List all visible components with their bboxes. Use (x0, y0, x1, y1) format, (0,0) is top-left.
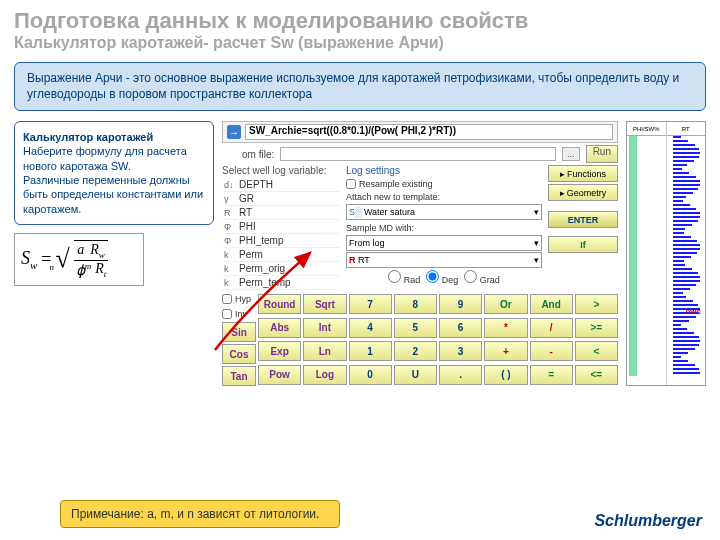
sample-md-label: Sample MD with: (346, 221, 542, 234)
rt-combo[interactable]: R RT▾ (346, 252, 542, 268)
enter-button[interactable]: ENTER (548, 211, 618, 228)
key-pow[interactable]: Pow (258, 365, 301, 385)
template-combo[interactable]: S░ Water satura▾ (346, 204, 542, 220)
log-item[interactable]: kPerm_orig (222, 262, 340, 276)
key-5[interactable]: 5 (394, 318, 437, 338)
calculator-panel: → SW_Archie=sqrt((0.8*0.1)/(Pow( PHI,2 )… (222, 121, 618, 386)
key-[interactable]: * (484, 318, 527, 338)
from-file-label: om file: (242, 149, 274, 160)
key-[interactable]: >= (575, 318, 618, 338)
rad-radio[interactable]: Rad (388, 270, 420, 285)
key-[interactable]: - (530, 341, 573, 361)
functions-button[interactable]: ▸ Functions (548, 165, 618, 182)
log-item[interactable]: ΦPHI_temp (222, 234, 340, 248)
log-item[interactable]: kPerm_temp (222, 276, 340, 290)
key-exp[interactable]: Exp (258, 341, 301, 361)
calc-instructions: Калькулятор каротажей Наберите формулу д… (14, 121, 214, 225)
grad-radio[interactable]: Grad (464, 270, 500, 285)
log-settings-label: Log settings (346, 165, 542, 176)
key-8[interactable]: 8 (394, 294, 437, 314)
key-[interactable]: ( ) (484, 365, 527, 385)
key-abs[interactable]: Abs (258, 318, 301, 338)
owc-label: owc (685, 307, 701, 316)
key-sqrt[interactable]: Sqrt (303, 294, 346, 314)
geometry-button[interactable]: ▸ Geometry (548, 184, 618, 201)
run-button[interactable]: Run (586, 145, 618, 163)
phi-curve (629, 136, 643, 376)
resample-checkbox[interactable]: Resample existing (346, 177, 542, 190)
key-ln[interactable]: Ln (303, 341, 346, 361)
log-item[interactable]: d↓DEPTH (222, 178, 340, 192)
key-and[interactable]: And (530, 294, 573, 314)
key-3[interactable]: 3 (439, 341, 482, 361)
log-item[interactable]: ΦPHI (222, 220, 340, 234)
log-item[interactable]: RRT (222, 206, 340, 220)
key-[interactable]: <= (575, 365, 618, 385)
key-4[interactable]: 4 (349, 318, 392, 338)
key-6[interactable]: 6 (439, 318, 482, 338)
key-9[interactable]: 9 (439, 294, 482, 314)
key-u[interactable]: U (394, 365, 437, 385)
key-round[interactable]: Round (258, 294, 301, 314)
formula-go-icon[interactable]: → (227, 125, 241, 139)
sin-key[interactable]: Sin (222, 322, 256, 342)
key-int[interactable]: Int (303, 318, 346, 338)
hyp-checkbox[interactable]: Hyp (222, 292, 256, 305)
browse-button[interactable]: ... (562, 147, 580, 161)
lithology-note: Примечание: a, m, и n зависят от литолог… (60, 500, 340, 528)
log-item[interactable]: γGR (222, 192, 340, 206)
key-[interactable]: < (575, 341, 618, 361)
key-1[interactable]: 1 (349, 341, 392, 361)
sidebox-title: Калькулятор каротажей (23, 131, 153, 143)
sample-combo[interactable]: From log▾ (346, 235, 542, 251)
key-[interactable]: = (530, 365, 573, 385)
rt-curve (667, 136, 706, 376)
select-log-label: Select well log variable: (222, 165, 340, 176)
attach-label: Attach new to template: (346, 190, 542, 203)
archie-formula: Sw = n √ a Rw ϕm Rt (14, 233, 144, 286)
sidebox-body: Наберите формулу для расчета нового каро… (23, 145, 203, 214)
if-button[interactable]: If (548, 236, 618, 253)
key-2[interactable]: 2 (394, 341, 437, 361)
key-log[interactable]: Log (303, 365, 346, 385)
deg-radio[interactable]: Deg (426, 270, 458, 285)
page-subtitle: Калькулятор каротажей- расчет Sw (выраже… (0, 34, 720, 58)
schlumberger-logo: Schlumberger (594, 512, 702, 530)
key-[interactable]: / (530, 318, 573, 338)
tan-key[interactable]: Tan (222, 366, 256, 386)
from-file-field[interactable] (280, 147, 555, 161)
log-track-panel: PHI/SW% RT owc (626, 121, 706, 386)
track2-header: RT (667, 122, 706, 136)
formula-input[interactable]: SW_Archie=sqrt((0.8*0.1)/(Pow( PHI,2 )*R… (245, 124, 613, 140)
key-[interactable]: . (439, 365, 482, 385)
archie-description: Выражение Арчи - это основное выражение … (14, 62, 706, 111)
page-title: Подготовка данных к моделированию свойст… (0, 0, 720, 34)
key-or[interactable]: Or (484, 294, 527, 314)
log-variable-list: Select well log variable: d↓DEPTHγGRRRTΦ… (222, 165, 340, 290)
track1-header: PHI/SW% (627, 122, 666, 136)
log-item[interactable]: kPerm (222, 248, 340, 262)
key-[interactable]: + (484, 341, 527, 361)
inv-checkbox[interactable]: Inv (222, 307, 256, 320)
key-7[interactable]: 7 (349, 294, 392, 314)
key-[interactable]: > (575, 294, 618, 314)
key-0[interactable]: 0 (349, 365, 392, 385)
cos-key[interactable]: Cos (222, 344, 256, 364)
